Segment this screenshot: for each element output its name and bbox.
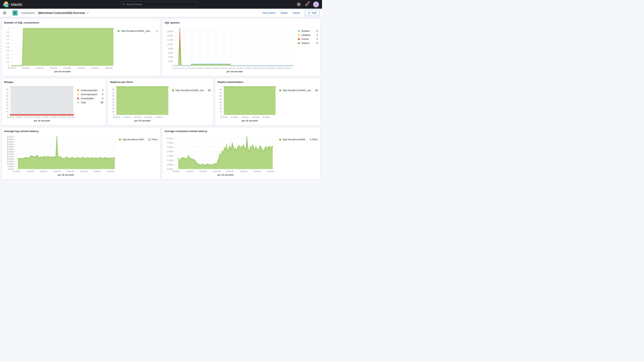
svg-text:10,000: 10,000 [167, 43, 173, 46]
svg-text:0: 0 [220, 114, 222, 116]
help-button[interactable] [297, 2, 300, 6]
legend-value: 89 [314, 89, 318, 92]
legend-item[interactable]: Deletes0 [298, 29, 318, 33]
svg-text:15:52:00: 15:52:00 [134, 116, 142, 118]
panel-title: Average log commit latency [4, 129, 158, 133]
svg-text:per 10 seconds: per 10 seconds [218, 174, 234, 176]
svg-text:60: 60 [6, 95, 8, 97]
legend-label: Updates [301, 34, 312, 36]
svg-text:70: 70 [220, 92, 222, 94]
svg-text:15:52:00: 15:52:00 [32, 116, 40, 118]
svg-text:15:58:00: 15:58:00 [262, 116, 270, 118]
svg-text:15:46:00: 15:46:00 [172, 67, 179, 69]
replicas-per-store-chart[interactable]: 0102030405060708015:46:0015:49:0015:52:0… [110, 84, 171, 123]
svg-text:16:00:00: 16:00:00 [284, 67, 291, 69]
svg-text:15:54:00: 15:54:00 [236, 67, 243, 69]
search-input[interactable] [126, 3, 195, 6]
svg-text:0: 0 [113, 114, 114, 116]
announcements-button[interactable] [305, 2, 309, 6]
main-menu-button[interactable] [0, 9, 9, 17]
legend-item[interactable]: Updates0 [298, 33, 318, 37]
svg-text:0.35ms: 0.35ms [167, 138, 173, 140]
svg-text:15:58:00: 15:58:00 [268, 67, 275, 69]
legend-item[interactable]: Selects0 [298, 41, 318, 45]
dashboard-content: Number of SQL connections 00.10.20.30.40… [0, 17, 322, 183]
svg-text:2,000: 2,000 [168, 60, 173, 62]
sql-connections-chart[interactable]: 00.10.20.30.40.50.60.70.80.9115:46:0015:… [4, 25, 117, 74]
dashboard-nav-bar: D Dashboard / [Metricbeat CockroachDB] O… [0, 9, 322, 17]
legend-dot-icon [77, 90, 79, 91]
svg-text:0: 0 [172, 65, 173, 67]
legend-item[interactable]: Underreplicated0 [77, 88, 103, 92]
legend-item[interactable]: Inserts0 [298, 37, 318, 41]
panel-replicas-per-store: Replicas per Store 0102030405060708015:4… [108, 78, 213, 126]
svg-text:15:58:00: 15:58:00 [155, 116, 163, 118]
svg-text:15:46:00: 15:46:00 [172, 170, 180, 172]
svg-text:15:48:00: 15:48:00 [16, 116, 23, 118]
svg-text:15:46:00: 15:46:00 [7, 116, 14, 118]
dashboard-badge[interactable]: D [12, 10, 18, 16]
svg-text:per 10 seconds: per 10 seconds [58, 174, 74, 176]
svg-text:0.20ms: 0.20ms [167, 150, 173, 153]
brand-name: elastic [11, 2, 22, 7]
top-header: elastic [0, 0, 322, 9]
sql-queries-chart[interactable]: 02,0004,0006,0008,00010,00012,00014,0001… [164, 25, 297, 74]
legend-item[interactable]: http://localhost:8080...0.26ms [279, 138, 318, 142]
svg-text:15:52:00: 15:52:00 [241, 116, 249, 118]
svg-text:25.00ms: 25.00ms [7, 156, 14, 158]
svg-text:60: 60 [112, 95, 114, 97]
dashboard-title-button[interactable]: [Metricbeat CockroachDB] Overview [38, 11, 89, 14]
svg-text:15:46:00: 15:46:00 [220, 116, 228, 118]
clone-button[interactable]: Clone [293, 11, 300, 14]
elastic-logo[interactable]: elastic [3, 1, 22, 8]
search-icon [122, 3, 125, 6]
chart-legend: http://localhost:8080/_sta...89 [171, 84, 211, 123]
svg-text:16:00:00: 16:00:00 [267, 170, 274, 172]
title-caret-icon [86, 12, 89, 14]
svg-text:15:54:00: 15:54:00 [226, 170, 234, 172]
legend-item[interactable]: http://localhost:8080/_stat...1 [118, 29, 158, 33]
legend-item[interactable]: http://localhost:8080/_sta...89 [172, 88, 211, 92]
svg-text:15:50:00: 15:50:00 [40, 170, 47, 172]
svg-text:per 10 seconds: per 10 seconds [242, 120, 258, 122]
svg-text:0.5: 0.5 [6, 46, 9, 48]
legend-label: Inserts [301, 38, 312, 40]
svg-text:15:51:00: 15:51:00 [212, 67, 219, 69]
ranges-chart[interactable]: 0102030405060708015:46:0015:48:0015:50:0… [4, 84, 76, 123]
panel-command-commit-latency: Average command commit latency 0.00ms0.0… [162, 127, 320, 180]
panel-title: Replicas per Store [110, 80, 211, 84]
legend-item[interactable]: Total89 [77, 100, 103, 104]
legend-dot-icon [279, 138, 281, 140]
svg-text:0.9: 0.9 [6, 31, 9, 33]
svg-text:80: 80 [220, 88, 222, 90]
legend-item[interactable]: http://localhost:8080/_sta...89 [279, 88, 318, 92]
user-avatar[interactable]: r [313, 2, 319, 7]
svg-text:0.1: 0.1 [6, 61, 9, 63]
legend-label: Unavailable [80, 97, 98, 100]
svg-text:15:56:00: 15:56:00 [252, 67, 259, 69]
svg-text:0: 0 [7, 114, 8, 116]
edit-button[interactable]: Edit [305, 10, 319, 16]
legend-value: 1 [154, 30, 158, 32]
svg-text:15:50:00: 15:50:00 [204, 67, 211, 69]
svg-text:0.2: 0.2 [6, 57, 9, 59]
log-commit-latency-chart[interactable]: 0.00ms5.00ms10.00ms15.00ms20.00ms25.00ms… [4, 133, 118, 178]
panel-title: Number of SQL connections [4, 21, 158, 25]
svg-text:30.00ms: 30.00ms [7, 153, 14, 155]
panel-replica-leaseholders: Replica leaseholders 0102030405060708015… [215, 78, 320, 126]
share-button[interactable]: Share [280, 11, 288, 14]
breadcrumb-dashboard-link[interactable]: Dashboard [21, 11, 34, 14]
global-search[interactable] [120, 1, 197, 7]
chart-legend: Underreplicated0Overreplicated0Unavailab… [76, 84, 103, 123]
help-icon [297, 2, 300, 6]
full-screen-button[interactable]: Full screen [262, 11, 275, 14]
svg-text:40: 40 [112, 101, 114, 103]
replica-leaseholders-chart[interactable]: 0102030405060708015:46:0015:49:0015:52:0… [218, 84, 278, 123]
legend-item[interactable]: http://localhost:808...22.74ms [119, 138, 158, 142]
svg-text:15:52:00: 15:52:00 [220, 67, 227, 69]
panel-title: Ranges [4, 80, 103, 84]
svg-text:6,000: 6,000 [168, 52, 173, 54]
legend-item[interactable]: Unavailable0 [77, 96, 103, 100]
command-commit-latency-chart[interactable]: 0.00ms0.05ms0.10ms0.15ms0.20ms0.25ms0.30… [164, 133, 278, 178]
legend-item[interactable]: Overreplicated0 [77, 92, 103, 96]
